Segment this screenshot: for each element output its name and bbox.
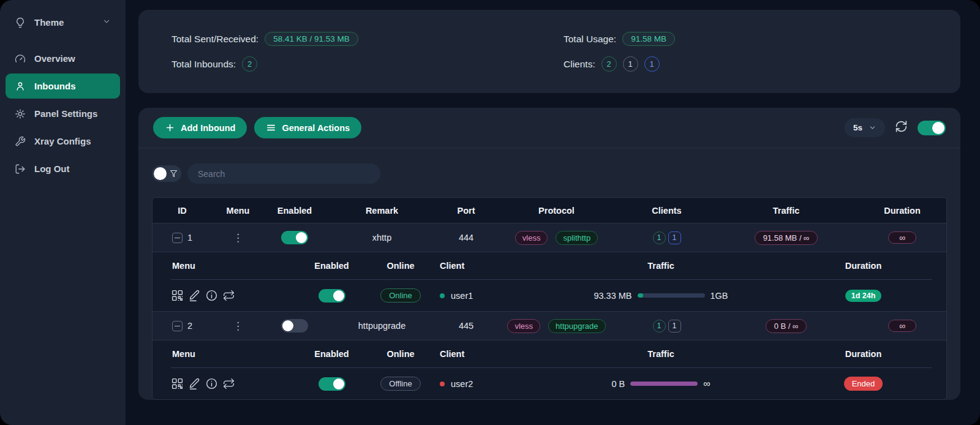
row-id: 1 [187,233,192,243]
collapse-row-button[interactable] [172,321,183,331]
funnel-icon [169,169,178,178]
client-enabled-toggle[interactable] [318,289,345,303]
client-count-badge: 1 [668,320,681,333]
theme-selector[interactable]: Theme [6,10,120,35]
row-menu-button[interactable]: ⋮ [233,321,243,331]
client-row: Offline user2 0 B ∞ Ended [153,368,946,399]
col-duration: Duration [780,349,946,359]
client-duration-badge: 1d 24h [845,290,882,302]
client-status-badge: Online [380,288,421,303]
sidebar-item-panel-settings[interactable]: Panel Settings [6,101,120,126]
qr-code-icon[interactable] [171,377,184,390]
gear-icon [15,108,26,119]
client-name: user2 [451,379,473,389]
detail-header-row: Menu Enabled Online Client Traffic Durat… [153,252,946,279]
client-status-dot [440,293,445,298]
traffic-progress-bar [630,382,698,386]
col-enabled: Enabled [264,206,325,216]
protocol-tag: vless [507,319,540,333]
add-inbound-button[interactable]: Add Inbound [153,117,247,138]
search-row [138,148,960,197]
reset-traffic-icon[interactable] [222,377,235,390]
row-menu-button[interactable]: ⋮ [233,233,243,243]
inbounds-table: ID Menu Enabled Remark Port Protocol Cli… [152,197,947,400]
sidebar-item-inbounds[interactable]: Inbounds [6,73,120,99]
client-traffic-used: 0 B [611,379,625,389]
chevron-down-icon [869,124,876,132]
sidebar-item-label: Log Out [34,164,69,174]
refresh-button[interactable] [895,120,908,135]
theme-label: Theme [34,17,64,28]
sidebar-item-label: Overview [34,53,75,64]
info-icon[interactable] [205,289,218,302]
sidebar-item-xray-configs[interactable]: Xray Configs [6,129,120,154]
reset-traffic-icon[interactable] [222,289,235,302]
sidebar-item-log-out[interactable]: Log Out [6,156,120,181]
client-status-dot [440,382,445,386]
detail-header-row: Menu Enabled Online Client Traffic Durat… [153,340,946,367]
hamburger-icon [266,122,276,133]
row-enabled-toggle[interactable] [281,231,308,244]
app-window: Theme Overview Inbounds Panel Settings X… [0,0,980,425]
col-duration: Duration [858,206,946,216]
col-enabled: Enabled [293,261,370,271]
filter-toggle[interactable] [152,165,181,182]
row-traffic-badge: 0 B / ∞ [766,319,807,333]
row-duration-badge: ∞ [888,231,916,244]
traffic-progress-bar [638,293,705,298]
edit-icon[interactable] [188,377,201,390]
client-row: Online user1 93.33 MB 1GB 1d 24h [153,280,946,311]
row-detail-panel: Menu Enabled Online Client Traffic Durat… [153,252,946,311]
refresh-interval-value: 5s [853,123,862,132]
inbounds-card: Add Inbound General Actions 5s [138,108,960,400]
client-status-badge: Offline [380,377,420,391]
collapse-row-button[interactable] [172,233,183,243]
col-traffic: Traffic [541,261,780,271]
table-row: 1 ⋮ xhttp 444 vless splithttp 1 1 91.58 … [153,223,946,252]
col-online: Online [370,349,431,359]
lightbulb-icon [15,17,26,28]
add-inbound-label: Add Inbound [181,123,235,133]
col-id: ID [153,206,212,216]
transport-tag: httpupgrade [548,319,605,333]
info-icon[interactable] [205,377,218,390]
sidebar-item-label: Inbounds [34,81,76,91]
search-input[interactable] [187,164,380,184]
refresh-interval-select[interactable]: 5s [845,118,885,137]
toolbar: Add Inbound General Actions 5s [138,108,960,148]
row-port: 444 [459,233,473,243]
user-icon [15,81,26,92]
total-usage-label: Total Usage: [564,34,616,45]
col-protocol: Protocol [494,206,619,216]
col-remark: Remark [325,206,439,216]
client-count-badge: 1 [653,231,666,244]
chevron-down-icon [102,17,111,28]
general-actions-button[interactable]: General Actions [254,117,361,138]
col-client: Client [431,349,541,359]
client-name: user1 [451,291,473,301]
row-id: 2 [187,321,192,331]
sidebar-item-label: Xray Configs [34,136,91,146]
auto-refresh-toggle[interactable] [918,121,946,135]
client-traffic-total: ∞ [703,378,710,389]
col-port: Port [439,206,494,216]
client-count-badge: 1 [668,231,681,244]
main-content: Total Sent/Received: 58.41 KB / 91.53 MB… [126,0,980,425]
client-duration-badge: Ended [844,377,883,391]
col-online: Online [370,261,431,271]
client-enabled-toggle[interactable] [318,377,345,391]
general-actions-label: General Actions [282,123,350,133]
col-client: Client [431,261,541,271]
sent-received-label: Total Sent/Received: [172,34,258,45]
protocol-tag: vless [515,231,548,245]
row-enabled-toggle[interactable] [281,319,308,333]
sidebar-item-label: Panel Settings [34,108,97,119]
col-enabled: Enabled [293,349,370,359]
col-clients: Clients [619,206,714,216]
qr-code-icon[interactable] [171,289,184,302]
clients-badge-total: 2 [601,56,617,72]
sidebar-item-overview[interactable]: Overview [6,46,120,71]
logout-icon [15,164,26,175]
plus-icon [165,122,175,133]
edit-icon[interactable] [188,289,201,302]
